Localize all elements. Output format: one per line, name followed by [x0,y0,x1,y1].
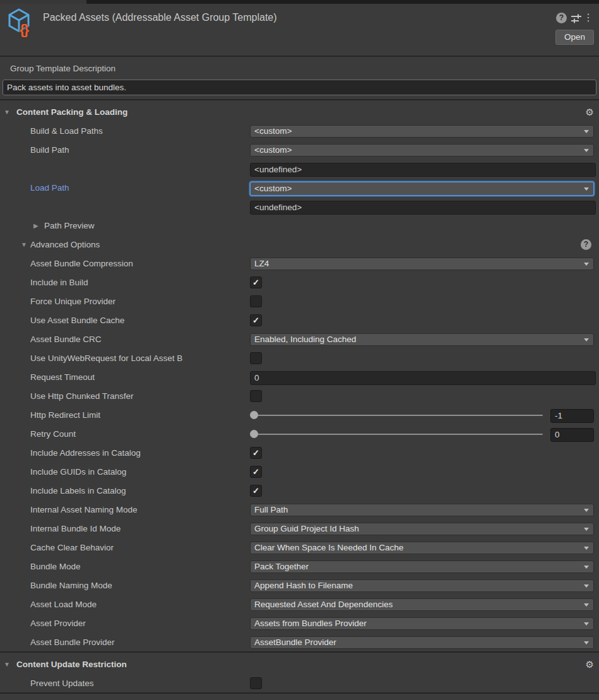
dropdown-value: Clear When Space Is Needed In Cache [254,542,403,554]
dropdown-value: <custom> [254,145,292,156]
retry-count-number-field[interactable]: 0 [550,428,594,442]
internal-bundle-id-mode-dropdown[interactable]: Group Guid Project Id Hash [250,523,594,535]
field-value: <undefined> [254,163,302,176]
asset-bundle-compression-dropdown[interactable]: LZ4 [250,258,594,270]
http-redirect-limit-slider-thumb[interactable] [250,411,258,419]
asset-provider-dropdown[interactable]: Assets from Bundles Provider [250,617,594,630]
field-value: 0 [254,372,259,384]
asset-bundle-crc-label: Asset Bundle CRC [30,333,102,346]
asset-load-mode-label: Asset Load Mode [30,598,97,611]
row-force-unique-provider: Force Unique Provider [0,295,599,314]
dropdown-value: AssetBundle Provider [254,637,336,648]
include-in-build-checkbox[interactable]: ✓ [250,276,262,288]
chevron-down-icon [584,622,589,626]
retry-count-slider-track[interactable] [254,434,543,435]
dropdown-value: Full Path [254,504,288,516]
chevron-down-icon [584,338,589,341]
request-timeout-field[interactable]: 0 [250,371,596,385]
chevron-down-icon [584,528,589,531]
section-divider [0,99,599,100]
row-content-packing-loading: ▼Content Packing & Loading⚙ [0,106,599,125]
row-load-path: Load Path<custom> [0,182,599,201]
content-update-restriction-label[interactable]: Content Update Restriction [16,658,127,671]
chevron-down-icon [584,603,589,607]
build-load-paths-dropdown[interactable]: <custom> [250,125,594,138]
field-value: <undefined> [254,201,302,214]
cache-clear-behavior-label: Cache Clear Behavior [30,542,114,554]
foldout-open-icon[interactable]: ▼ [4,661,10,668]
include-labels-in-catalog-label: Include Labels in Catalog [30,485,126,497]
chevron-down-icon [584,187,589,191]
number-value: 0 [555,429,560,441]
load-path-dropdown[interactable]: <custom> [250,182,594,196]
help-icon[interactable]: ? [581,239,591,250]
addressable-template-asset-icon: {} [6,8,36,39]
row-include-guids-in-catalog: Include GUIDs in Catalog✓ [0,466,599,485]
row-asset-bundle-crc: Asset Bundle CRCEnabled, Including Cache… [0,333,599,352]
request-timeout-label: Request Timeout [30,371,95,384]
more-menu-icon[interactable]: ⋮ [583,11,593,24]
asset-provider-label: Asset Provider [30,617,86,630]
asset-bundle-provider-dropdown[interactable]: AssetBundle Provider [250,636,594,649]
include-labels-in-catalog-checkbox[interactable]: ✓ [250,485,262,497]
row-http-redirect-limit: Http Redirect Limit-1 [0,409,599,428]
dropdown-value: <custom> [254,182,292,195]
row-bundle-mode: Bundle ModePack Together [0,561,599,579]
http-redirect-limit-number-field[interactable]: -1 [550,409,594,423]
row-asset-provider: Asset ProviderAssets from Bundles Provid… [0,617,599,636]
include-guids-in-catalog-checkbox[interactable]: ✓ [250,466,262,478]
include-addresses-in-catalog-label: Include Addresses in Catalog [30,447,141,460]
build-path-dropdown[interactable]: <custom> [250,144,594,157]
include-guids-in-catalog-label: Include GUIDs in Catalog [30,466,126,478]
asset-bundle-crc-dropdown[interactable]: Enabled, Including Cached [250,333,594,346]
use-http-chunked-transfer-checkbox[interactable] [250,390,262,402]
row-internal-bundle-id-mode: Internal Bundle Id ModeGroup Guid Projec… [0,523,599,542]
dropdown-value: Assets from Bundles Provider [254,618,367,629]
use-asset-bundle-cache-checkbox[interactable]: ✓ [250,314,262,326]
dropdown-value: <custom> [254,126,292,137]
foldout-open-icon[interactable]: ▼ [21,241,27,249]
foldout-closed-icon[interactable]: ▶ [33,222,39,230]
row-include-labels-in-catalog: Include Labels in Catalog✓ [0,485,599,504]
path-value-field[interactable]: <undefined> [250,201,596,215]
use-unitywebrequest-for-local-asset-b-checkbox[interactable] [250,352,262,364]
presets-icon[interactable] [571,13,582,24]
row-value-field: <undefined> [0,163,599,182]
open-button[interactable]: Open [555,30,594,45]
row-include-addresses-in-catalog: Include Addresses in Catalog✓ [0,447,599,466]
gear-icon[interactable]: ⚙ [586,107,594,118]
page-title: Packed Assets (Addressable Asset Group T… [43,12,277,23]
section-divider [0,651,599,653]
row-retry-count: Retry Count0 [0,428,599,447]
row-path-preview: ▶Path Preview [0,220,599,239]
http-redirect-limit-slider-track[interactable] [254,415,543,416]
asset-load-mode-dropdown[interactable]: Requested Asset And Dependencies [250,598,594,611]
braces-icon: {} [20,21,28,38]
group-template-description-input[interactable] [3,80,596,95]
inspector-header: {} Packed Assets (Addressable Asset Grou… [0,4,599,57]
build-path-label: Build Path [30,144,69,157]
load-path-label: Load Path [30,182,69,194]
chevron-down-icon [584,584,589,588]
internal-asset-naming-mode-dropdown[interactable]: Full Path [250,504,594,516]
retry-count-slider-thumb[interactable] [250,430,258,438]
include-addresses-in-catalog-checkbox[interactable]: ✓ [250,447,262,459]
row-content-update-restriction: ▼Content Update Restriction⚙ [0,658,599,677]
dropdown-value: Pack Together [254,561,309,572]
bundle-mode-dropdown[interactable]: Pack Together [250,561,594,573]
row-asset-bundle-compression: Asset Bundle CompressionLZ4 [0,258,599,276]
cache-clear-behavior-dropdown[interactable]: Clear When Space Is Needed In Cache [250,542,594,554]
internal-asset-naming-mode-label: Internal Asset Naming Mode [30,504,138,516]
foldout-open-icon[interactable]: ▼ [4,109,10,116]
advanced-options-label[interactable]: Advanced Options [30,239,100,251]
path-preview-label[interactable]: Path Preview [44,220,95,232]
prevent-updates-checkbox[interactable] [250,677,262,689]
prevent-updates-label: Prevent Updates [30,677,94,690]
bundle-naming-mode-dropdown[interactable]: Append Hash to Filename [250,579,594,592]
dropdown-value: LZ4 [254,258,269,270]
gear-icon[interactable]: ⚙ [586,659,594,670]
path-value-field[interactable]: <undefined> [250,163,596,177]
force-unique-provider-checkbox[interactable] [250,295,262,307]
help-icon[interactable]: ? [556,13,567,23]
content-packing-loading-label[interactable]: Content Packing & Loading [16,106,128,119]
